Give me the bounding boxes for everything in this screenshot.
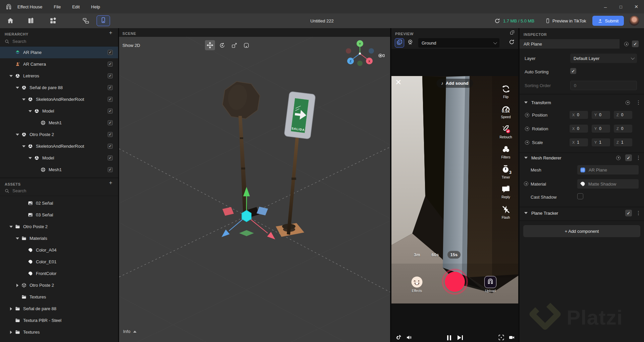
add-asset-icon[interactable]: + bbox=[107, 180, 114, 186]
add-component-button[interactable]: + Add component bbox=[523, 225, 640, 237]
duration-option[interactable]: 15s bbox=[447, 251, 461, 259]
asset-row[interactable]: 03 Señal bbox=[0, 209, 118, 221]
hierarchy-row[interactable]: Model✓ bbox=[0, 152, 118, 164]
hierarchy-row[interactable]: AR Camera✓ bbox=[0, 58, 118, 70]
preview-in-tiktok-button[interactable]: Preview in TikTok bbox=[545, 18, 586, 23]
entity-name-input[interactable] bbox=[520, 39, 620, 49]
hierarchy-search-input[interactable] bbox=[12, 39, 79, 44]
maximize-icon[interactable]: □ bbox=[613, 0, 629, 13]
collapse-arrow-icon[interactable] bbox=[9, 74, 13, 78]
mesh-value-field[interactable]: AR Plane bbox=[577, 165, 639, 175]
hierarchy-row[interactable]: Letreros✓ bbox=[0, 70, 118, 82]
add-entity-icon[interactable]: + bbox=[107, 29, 114, 36]
visual-scripting-icon[interactable] bbox=[82, 16, 90, 25]
camera-toggle-icon[interactable] bbox=[508, 334, 515, 341]
transform-section-header[interactable]: Transform ⋮ bbox=[520, 97, 644, 108]
expand-arrow-icon[interactable] bbox=[9, 330, 13, 335]
hierarchy-row[interactable]: Model✓ bbox=[0, 105, 118, 117]
visibility-checkbox[interactable]: ✓ bbox=[108, 50, 113, 55]
collapse-arrow-icon[interactable] bbox=[15, 132, 20, 137]
axis-value-field[interactable]: Z0 bbox=[614, 125, 632, 133]
timer-button[interactable]: 3Timer bbox=[495, 165, 516, 185]
visibility-checkbox[interactable]: ✓ bbox=[108, 62, 113, 67]
rotate-tool-icon[interactable] bbox=[217, 40, 227, 50]
flip-button[interactable]: Flip bbox=[495, 84, 516, 105]
axis-value-field[interactable]: Y1 bbox=[592, 138, 610, 146]
visibility-checkbox[interactable]: ✓ bbox=[108, 85, 113, 90]
collapse-arrow-icon[interactable] bbox=[15, 236, 20, 241]
target-toggle-icon[interactable] bbox=[626, 100, 630, 105]
menu-file[interactable]: File bbox=[54, 4, 61, 9]
collapse-arrow-icon[interactable] bbox=[9, 224, 13, 229]
collapse-arrow-icon[interactable] bbox=[28, 156, 33, 160]
device-preview-button[interactable] bbox=[97, 15, 110, 26]
menu-edit[interactable]: Edit bbox=[72, 4, 79, 9]
flash-button[interactable]: Flash bbox=[495, 205, 516, 225]
asset-row[interactable]: Textura PBR - Steel bbox=[0, 315, 118, 326]
asset-row[interactable]: Textures bbox=[0, 291, 118, 303]
templates-icon[interactable] bbox=[49, 16, 57, 25]
visibility-checkbox[interactable]: ✓ bbox=[108, 167, 113, 172]
material-value-field[interactable]: Matte Shadow bbox=[577, 179, 639, 189]
home-icon[interactable] bbox=[6, 16, 15, 25]
close-icon[interactable]: × bbox=[629, 0, 644, 13]
avatar[interactable] bbox=[629, 16, 639, 26]
cast-shadow-checkbox[interactable] bbox=[577, 193, 583, 199]
hierarchy-row[interactable]: SkeletonAndRenderRoot✓ bbox=[0, 93, 118, 105]
hierarchy-row[interactable]: SkeletonAndRenderRoot✓ bbox=[0, 140, 118, 152]
layer-dropdown[interactable]: Default Layer bbox=[570, 54, 637, 63]
mesh-renderer-enabled-checkbox[interactable]: ✓ bbox=[625, 154, 632, 161]
target-toggle-icon[interactable] bbox=[616, 156, 621, 160]
auto-sorting-checkbox[interactable]: ✓ bbox=[570, 68, 576, 74]
target-toggle-icon[interactable] bbox=[525, 140, 529, 145]
scene-camera-icon[interactable] bbox=[377, 52, 385, 61]
axis-value-field[interactable]: X0 bbox=[570, 125, 588, 133]
entity-enabled-checkbox[interactable]: ✓ bbox=[632, 41, 639, 47]
axis-value-field[interactable]: Z1 bbox=[614, 138, 632, 146]
preview-refresh-icon[interactable] bbox=[508, 39, 515, 47]
duration-option[interactable]: 3m bbox=[411, 251, 423, 259]
collapse-arrow-icon[interactable] bbox=[28, 109, 33, 114]
plane-tracker-enabled-checkbox[interactable]: ✓ bbox=[625, 210, 632, 216]
duration-option[interactable]: 60s bbox=[429, 251, 442, 259]
move-gizmo-icon[interactable] bbox=[220, 187, 277, 242]
target-toggle-icon[interactable] bbox=[624, 42, 629, 46]
asset-row[interactable]: Señal de pare 88 bbox=[0, 303, 118, 315]
view-orientation-gizmo[interactable]: Y Z X bbox=[341, 39, 378, 69]
axis-value-field[interactable]: X1 bbox=[570, 138, 588, 146]
visibility-checkbox[interactable]: ✓ bbox=[108, 73, 113, 78]
simulation-mode-button[interactable] bbox=[395, 38, 404, 48]
hierarchy-row[interactable]: Señal de pare 88✓ bbox=[0, 82, 118, 93]
pause-icon[interactable] bbox=[447, 335, 451, 340]
collapse-arrow-icon[interactable] bbox=[15, 85, 20, 90]
rect-tool-icon[interactable] bbox=[241, 40, 251, 50]
visibility-checkbox[interactable]: ✓ bbox=[108, 132, 113, 137]
focus-tracking-icon[interactable] bbox=[498, 334, 504, 341]
record-button[interactable] bbox=[442, 269, 468, 295]
expand-arrow-icon[interactable] bbox=[15, 283, 20, 288]
speed-button[interactable]: 0.5xSpeed bbox=[495, 105, 516, 125]
menu-app-name[interactable]: Effect House bbox=[17, 4, 42, 9]
target-toggle-icon[interactable] bbox=[525, 127, 529, 131]
minimize-icon[interactable]: – bbox=[598, 0, 613, 13]
hierarchy-search[interactable] bbox=[0, 37, 118, 47]
visibility-checkbox[interactable]: ✓ bbox=[108, 97, 113, 102]
target-toggle-icon[interactable] bbox=[524, 182, 528, 186]
asset-row[interactable]: Color_E01 bbox=[0, 256, 118, 268]
asset-row[interactable]: Textures bbox=[0, 326, 118, 338]
assets-search[interactable] bbox=[0, 186, 118, 196]
asset-row[interactable]: FrontColor bbox=[0, 268, 118, 279]
library-icon[interactable] bbox=[26, 16, 35, 25]
asset-row[interactable]: Otro Poste 2 bbox=[0, 221, 118, 232]
add-sound-button[interactable]: ♪ Add sound bbox=[436, 79, 473, 88]
visibility-checkbox[interactable]: ✓ bbox=[108, 120, 113, 125]
step-forward-icon[interactable] bbox=[458, 335, 463, 340]
scene-viewport[interactable]: SALIDA bbox=[119, 37, 390, 342]
target-toggle-icon[interactable] bbox=[525, 113, 529, 117]
move-tool-icon[interactable] bbox=[205, 40, 215, 50]
axis-value-field[interactable]: Y0 bbox=[592, 111, 610, 119]
hierarchy-row[interactable]: Mesh1✓ bbox=[0, 164, 118, 176]
assets-search-input[interactable] bbox=[12, 188, 79, 193]
kebab-menu-icon[interactable]: ⋮ bbox=[636, 99, 640, 106]
mesh-renderer-section-header[interactable]: Mesh Renderer ✓ ⋮ bbox=[520, 153, 644, 163]
